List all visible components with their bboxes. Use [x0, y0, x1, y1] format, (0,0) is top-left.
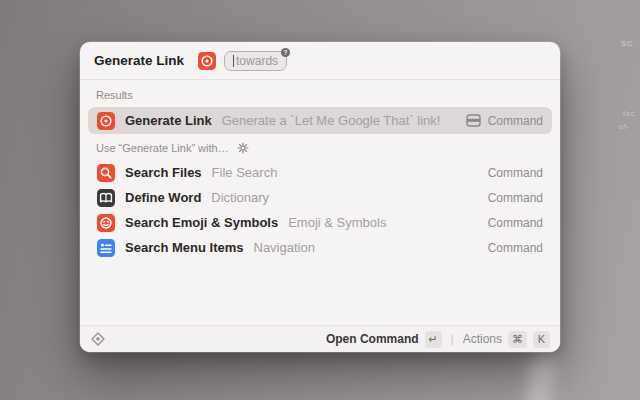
item-subtitle: Generate a `Let Me Google That` link!: [222, 113, 441, 128]
command-bar-icon: [466, 114, 481, 127]
wallpaper-highlight: [523, 349, 556, 400]
item-subtitle: Emoji & Symbols: [288, 215, 386, 230]
argument-placeholder: towards: [236, 54, 278, 68]
launcher-footer: Open Command ↵ | Actions ⌘ K: [80, 325, 560, 352]
sections: ResultsGenerate LinkGenerate a `Let Me G…: [80, 80, 560, 260]
actions-button[interactable]: Actions: [463, 332, 502, 346]
item-title: Define Word: [125, 190, 201, 205]
item-type-label: Command: [488, 241, 543, 255]
list-item[interactable]: Search Menu ItemsNavigationCommand: [88, 235, 552, 260]
launcher-header: Generate Link towards ?: [80, 42, 560, 80]
wallpaper-text-fragment: SC: [621, 39, 633, 48]
argument-input[interactable]: towards ?: [224, 51, 287, 71]
menu-items-icon: [97, 239, 115, 257]
item-type-label: Command: [488, 166, 543, 180]
k-keycap: K: [533, 331, 550, 348]
list-item[interactable]: Search Emoji & SymbolsEmoji & SymbolsCom…: [88, 210, 552, 235]
emoji-icon: [97, 214, 115, 232]
item-title: Search Files: [125, 165, 202, 180]
file-search-icon: [97, 164, 115, 182]
item-accessory: Command: [488, 241, 543, 255]
page-title: Generate Link: [94, 53, 184, 68]
item-title: Search Emoji & Symbols: [125, 215, 278, 230]
item-accessory: Command: [466, 114, 543, 128]
launcher-window: Generate Link towards ? ResultsGenerate …: [80, 42, 560, 352]
wallpaper-text-fragment: of-: [619, 122, 630, 131]
section-label-text: Use “Generate Link” with…: [96, 142, 229, 154]
section-label-text: Results: [96, 89, 133, 101]
item-accessory: Command: [488, 191, 543, 205]
item-type-label: Command: [488, 191, 543, 205]
list-item[interactable]: Define WordDictionaryCommand: [88, 185, 552, 210]
item-title: Generate Link: [125, 113, 212, 128]
item-subtitle: File Search: [212, 165, 278, 180]
item-accessory: Command: [488, 166, 543, 180]
argument-required-badge: ?: [281, 48, 290, 57]
list-item[interactable]: Generate LinkGenerate a `Let Me Google T…: [88, 107, 552, 134]
item-title: Search Menu Items: [125, 240, 244, 255]
return-keycap: ↵: [425, 331, 442, 348]
command-keycap: ⌘: [508, 331, 527, 348]
raycast-logo-icon: [90, 331, 106, 347]
list-item[interactable]: Search FilesFile SearchCommand: [88, 160, 552, 185]
item-subtitle: Navigation: [254, 240, 315, 255]
wallpaper-text-fragment: fac: [623, 109, 635, 118]
item-type-label: Command: [488, 114, 543, 128]
gear-icon[interactable]: [237, 142, 249, 154]
footer-divider: |: [451, 333, 454, 345]
section-label: Results: [88, 82, 552, 107]
item-subtitle: Dictionary: [211, 190, 269, 205]
dictionary-icon: [97, 189, 115, 207]
item-type-label: Command: [488, 216, 543, 230]
text-caret: [233, 55, 234, 67]
section-label: Use “Generate Link” with…: [88, 134, 552, 160]
open-command-button[interactable]: Open Command: [326, 332, 419, 346]
item-accessory: Command: [488, 216, 543, 230]
lmgt-icon: [198, 52, 216, 70]
lmgt-icon: [97, 112, 115, 130]
